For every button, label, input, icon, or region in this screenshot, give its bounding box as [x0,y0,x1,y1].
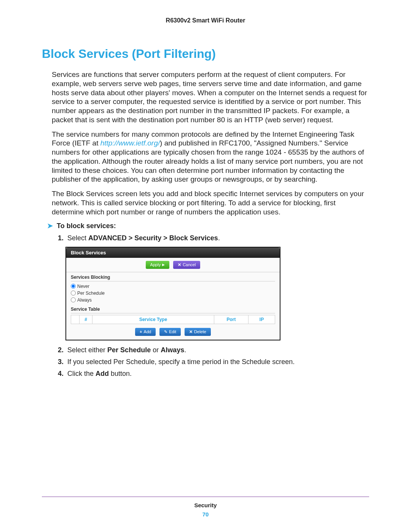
footer-rule [42,497,369,497]
step-4-num: 4. [58,370,64,377]
step-3-text: If you selected Per Schedule, specify a … [67,358,295,366]
procedure-heading: ➤ To block services: [47,222,369,230]
procedure-label: To block services: [57,222,116,230]
step-3-num: 3. [58,358,64,366]
step-1-path: ADVANCED > Security > Block Services [88,234,218,242]
radio-per-schedule[interactable] [71,291,76,296]
step-2-num: 2. [58,346,64,354]
pencil-icon: ✎ [164,329,167,334]
add-button[interactable]: + Add [135,328,156,336]
panel-toolbar: Apply ▶ ✕ Cancel [66,258,280,272]
step-4: 4. Click the Add button. [58,369,369,378]
footer-section-label: Security [0,502,411,508]
step-4-post: button. [109,370,132,377]
radio-never-row[interactable]: Never [71,283,275,290]
intro-paragraph-2: The service numbers for many common prot… [52,130,369,184]
col-hash: # [80,315,92,324]
step-1-num: 1. [58,234,64,242]
col-service-type: Service Type [92,315,214,324]
col-port: Port [214,315,249,324]
service-table: # Service Type Port IP [71,315,275,324]
edit-label: Edit [169,329,176,334]
play-icon: ▶ [162,263,165,267]
radio-always-row[interactable]: Always [71,297,275,304]
edit-button[interactable]: ✎ Edit [159,328,181,336]
services-blocking-section: Services Blocking Never Per Schedule Alw… [66,272,280,304]
col-select [71,315,80,324]
radio-never-label: Never [77,284,89,289]
footer-page-number: 70 [0,511,411,518]
step-4-pre: Click the [67,370,96,377]
service-table-section: Service Table # Service Type Port IP [66,304,280,325]
add-label: Add [144,329,151,334]
service-table-heading: Service Table [71,307,275,313]
radio-never[interactable] [71,284,76,289]
step-1: 1. Select ADVANCED > Security > Block Se… [58,234,369,243]
panel-title: Block Services [66,248,280,258]
block-services-screenshot: Block Services Apply ▶ ✕ Cancel Services… [65,247,280,340]
ietf-link[interactable]: http://www.ietf.org/ [100,139,160,147]
delete-button[interactable]: ✕ Delete [185,328,211,336]
step-2-always: Always [161,346,184,354]
services-blocking-heading: Services Blocking [71,275,275,281]
delete-icon: ✕ [189,329,193,334]
step-1-pre: Select [67,234,88,242]
radio-schedule-row[interactable]: Per Schedule [71,290,275,297]
cancel-button[interactable]: ✕ Cancel [173,261,200,269]
step-2-post: . [184,346,186,354]
radio-always[interactable] [71,297,76,302]
intro-paragraph-1: Services are functions that server compu… [52,70,369,125]
page-title: Block Services (Port Filtering) [42,47,369,61]
table-header-row: # Service Type Port IP [71,315,275,324]
radio-always-label: Always [77,297,92,303]
step-1-post: . [218,234,220,242]
col-ip: IP [249,315,275,324]
step-2-per-schedule: Per Schedule [107,346,151,354]
doc-header: R6300v2 Smart WiFi Router [42,17,369,24]
cancel-label: Cancel [183,262,196,267]
step-2-pre: Select either [67,346,107,354]
procedure-arrow-icon: ➤ [47,222,55,230]
radio-per-schedule-label: Per Schedule [77,291,105,296]
plus-icon: + [140,329,142,334]
apply-label: Apply [150,262,161,267]
intro-paragraph-3: The Block Services screen lets you add a… [52,189,369,216]
delete-label: Delete [194,329,206,334]
step-3: 3. If you selected Per Schedule, specify… [58,358,369,366]
step-2: 2. Select either Per Schedule or Always. [58,346,369,355]
apply-button[interactable]: Apply ▶ [146,261,170,269]
step-4-add: Add [96,370,109,377]
table-button-row: + Add ✎ Edit ✕ Delete [66,325,280,340]
close-icon: ✕ [178,262,181,267]
step-2-or: or [151,346,161,354]
